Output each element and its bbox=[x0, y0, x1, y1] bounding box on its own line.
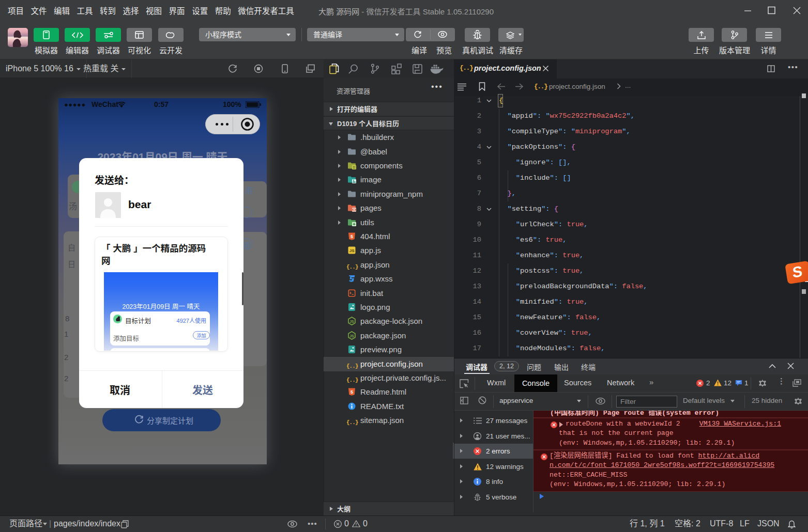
svg-text:5: 5 bbox=[350, 234, 353, 239]
svg-text:JS: JS bbox=[349, 248, 355, 253]
svg-text:5: 5 bbox=[350, 389, 353, 395]
svg-text:JS: JS bbox=[349, 334, 354, 337]
svg-text:JS: JS bbox=[349, 320, 354, 323]
